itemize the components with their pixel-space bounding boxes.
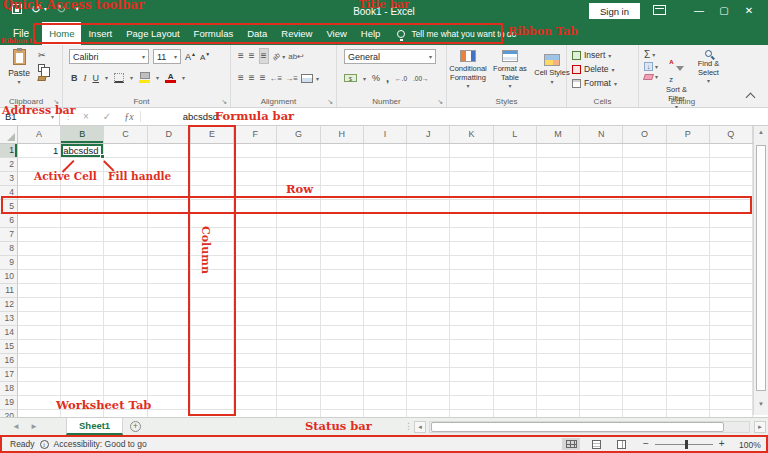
cell-I1[interactable] <box>364 144 407 158</box>
cell-F6[interactable] <box>234 214 277 228</box>
view-page-layout-button[interactable] <box>587 438 605 450</box>
cell-P2[interactable] <box>667 158 710 172</box>
zoom-level[interactable]: 100% <box>739 440 761 450</box>
column-header-L[interactable]: L <box>494 126 537 143</box>
cell-Q8[interactable] <box>710 242 753 256</box>
column-header-N[interactable]: N <box>580 126 623 143</box>
font-color-icon[interactable]: A <box>165 73 176 83</box>
accounting-format-icon[interactable]: $ <box>344 74 357 82</box>
tab-formulas[interactable]: Formulas <box>187 22 241 45</box>
decrease-font-icon[interactable]: A▼ <box>200 51 210 62</box>
cell-G1[interactable] <box>277 144 320 158</box>
tab-help[interactable]: Help <box>354 22 388 45</box>
cell-D14[interactable] <box>148 326 191 340</box>
increase-indent-icon[interactable]: →≡ <box>285 74 298 83</box>
cell-O10[interactable] <box>623 270 666 284</box>
cell-N6[interactable] <box>580 214 623 228</box>
cell-L15[interactable] <box>494 340 537 354</box>
cell-G12[interactable] <box>277 298 320 312</box>
cell-O1[interactable] <box>623 144 666 158</box>
cell-B12[interactable] <box>61 298 104 312</box>
cell-H11[interactable] <box>321 284 364 298</box>
row-header-6[interactable]: 6 <box>0 214 18 228</box>
ribbon-display-options-icon[interactable] <box>653 5 666 15</box>
cut-icon[interactable]: ✂ <box>38 50 46 60</box>
cell-N11[interactable] <box>580 284 623 298</box>
row-header-2[interactable]: 2 <box>0 158 18 172</box>
view-normal-button[interactable] <box>562 438 580 450</box>
hscroll-right-icon[interactable]: ► <box>754 421 766 433</box>
cell-H6[interactable] <box>321 214 364 228</box>
cell-H16[interactable] <box>321 354 364 368</box>
cell-J15[interactable] <box>407 340 450 354</box>
cell-H15[interactable] <box>321 340 364 354</box>
cell-D15[interactable] <box>148 340 191 354</box>
cell-J14[interactable] <box>407 326 450 340</box>
cell-I19[interactable] <box>364 396 407 410</box>
cell-K17[interactable] <box>450 368 493 382</box>
cell-I11[interactable] <box>364 284 407 298</box>
cell-I4[interactable] <box>364 186 407 200</box>
cell-A16[interactable] <box>18 354 61 368</box>
cell-J4[interactable] <box>407 186 450 200</box>
cell-I17[interactable] <box>364 368 407 382</box>
formula-bar-splitter[interactable]: ⋮ <box>60 112 76 121</box>
cell-H7[interactable] <box>321 228 364 242</box>
cell-O12[interactable] <box>623 298 666 312</box>
cell-M4[interactable] <box>537 186 580 200</box>
cell-E2[interactable] <box>191 158 234 172</box>
cell-O9[interactable] <box>623 256 666 270</box>
cell-L3[interactable] <box>494 172 537 186</box>
cell-L10[interactable] <box>494 270 537 284</box>
conditional-formatting-button[interactable]: Conditional Formatting▾ <box>449 45 487 89</box>
cell-A7[interactable] <box>18 228 61 242</box>
cell-M9[interactable] <box>537 256 580 270</box>
format-painter-icon[interactable] <box>37 76 46 81</box>
cell-L9[interactable] <box>494 256 537 270</box>
tab-page-layout[interactable]: Page Layout <box>119 22 186 45</box>
cell-F12[interactable] <box>234 298 277 312</box>
horizontal-scrollbar[interactable] <box>429 421 750 433</box>
cell-K14[interactable] <box>450 326 493 340</box>
align-center-icon[interactable]: ≡ <box>248 71 256 85</box>
cell-B7[interactable] <box>61 228 104 242</box>
column-header-O[interactable]: O <box>623 126 666 143</box>
cell-C16[interactable] <box>104 354 147 368</box>
column-header-A[interactable]: A <box>18 126 61 143</box>
cell-N10[interactable] <box>580 270 623 284</box>
cell-C9[interactable] <box>104 256 147 270</box>
cell-A10[interactable] <box>18 270 61 284</box>
accessibility-status[interactable]: Accessibility: Good to go <box>54 439 147 449</box>
row-header-5[interactable]: 5 <box>0 200 18 214</box>
cell-H9[interactable] <box>321 256 364 270</box>
cell-C10[interactable] <box>104 270 147 284</box>
font-dialog-launcher-icon[interactable]: ↘ <box>221 98 227 106</box>
cell-M5[interactable] <box>537 200 580 214</box>
cell-J2[interactable] <box>407 158 450 172</box>
cell-H3[interactable] <box>321 172 364 186</box>
orientation-icon[interactable]: ab <box>270 51 280 61</box>
fill-color-icon[interactable] <box>139 72 150 83</box>
cell-H8[interactable] <box>321 242 364 256</box>
cell-O2[interactable] <box>623 158 666 172</box>
cell-C13[interactable] <box>104 312 147 326</box>
cell-K19[interactable] <box>450 396 493 410</box>
hscroll-splitter[interactable]: ⋮ <box>404 421 413 431</box>
cell-D10[interactable] <box>148 270 191 284</box>
cell-D1[interactable] <box>148 144 191 158</box>
cell-A12[interactable] <box>18 298 61 312</box>
cell-N14[interactable] <box>580 326 623 340</box>
row-header-19[interactable]: 19 <box>0 396 18 410</box>
cell-B3[interactable] <box>61 172 104 186</box>
horizontal-scroll-thumb[interactable] <box>431 422 724 432</box>
cell-D19[interactable] <box>148 396 191 410</box>
cell-F9[interactable] <box>234 256 277 270</box>
column-header-B[interactable]: B <box>61 126 104 143</box>
cell-B19[interactable] <box>61 396 104 410</box>
cell-M8[interactable] <box>537 242 580 256</box>
cell-O4[interactable] <box>623 186 666 200</box>
cell-G16[interactable] <box>277 354 320 368</box>
cell-M17[interactable] <box>537 368 580 382</box>
cell-B1[interactable]: abcsdsd <box>61 144 104 158</box>
cell-Q12[interactable] <box>710 298 753 312</box>
